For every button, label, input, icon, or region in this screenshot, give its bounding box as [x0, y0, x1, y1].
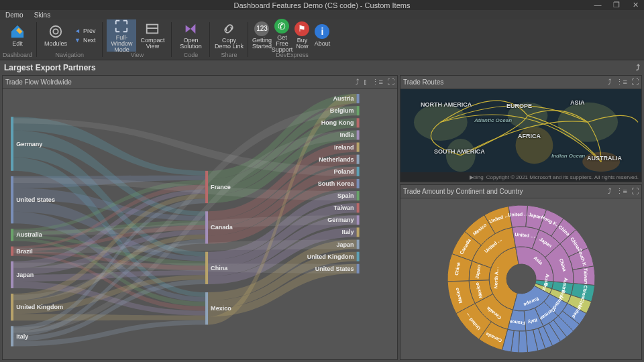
window-maximize-button[interactable]: ❐ — [610, 1, 623, 9]
copylink-button[interactable]: Copy Demo Link — [214, 19, 244, 52]
svg-rect-48 — [357, 216, 360, 225]
sunburst-chart[interactable]: North A…AsiaAustraliaBrazilEuropeCanadaM… — [444, 202, 598, 356]
map-drill-icon[interactable]: ⋮≡ — [616, 78, 627, 86]
link-icon — [221, 21, 236, 36]
sankey-drill-icon[interactable]: ⋮≡ — [372, 78, 383, 86]
map-label-as: ASIA — [570, 99, 585, 106]
triangle-right-icon: ▼ — [74, 37, 80, 44]
svg-text:Japan: Japan — [336, 241, 354, 248]
svg-text:Japan: Japan — [16, 272, 34, 278]
map-label-ind: Indian Ocean — [551, 153, 585, 159]
svg-rect-20 — [205, 171, 208, 203]
svg-rect-30 — [357, 106, 360, 115]
svg-text:China: China — [211, 265, 228, 272]
svg-text:United Kingdom: United Kingdom — [16, 304, 63, 311]
menu-demo[interactable]: Demo — [0, 11, 29, 19]
svg-rect-8 — [11, 176, 13, 223]
window-close-button[interactable]: ✕ — [629, 1, 641, 9]
svg-rect-26 — [205, 292, 208, 324]
svg-text:Brazil: Brazil — [16, 248, 33, 255]
menu-skins[interactable]: Skins — [29, 11, 56, 19]
svg-text:Hong Kong: Hong Kong — [321, 120, 354, 127]
about-button[interactable]: iAbout — [313, 19, 331, 52]
map-export-icon[interactable]: ⤴ — [608, 78, 612, 86]
svg-rect-38 — [357, 155, 360, 164]
svg-rect-46 — [357, 203, 360, 213]
svg-text:Italy: Italy — [16, 333, 28, 340]
svg-point-60 — [446, 139, 476, 172]
nav-prev-button[interactable]: ◄Prev — [72, 27, 98, 35]
bing-icon: ▶bing — [470, 174, 484, 180]
sankey-export-icon[interactable]: ⤴ — [356, 78, 360, 86]
svg-text:Taiwan: Taiwan — [583, 268, 588, 284]
modules-button[interactable]: Modules — [41, 19, 70, 52]
edit-button[interactable]: Edit — [3, 19, 32, 52]
support-icon: ✆ — [274, 19, 289, 34]
svg-text:United Kingdom: United Kingdom — [307, 253, 354, 260]
map-chart[interactable]: NORTH AMERICA SOUTH AMERICA EUROPE AFRIC… — [400, 89, 641, 182]
svg-text:Spain: Spain — [337, 192, 354, 199]
pencil-icon — [10, 24, 25, 39]
svg-text:South Korea: South Korea — [318, 180, 355, 187]
number-icon: 123 — [254, 21, 269, 36]
sunburst-drill-icon[interactable]: ⋮≡ — [616, 187, 627, 196]
svg-rect-22 — [205, 212, 208, 244]
svg-text:Ireland: Ireland — [334, 144, 354, 151]
map-max-icon[interactable]: ⛶ — [631, 78, 639, 86]
map-label-sa: SOUTH AMERICA — [434, 148, 485, 155]
group-view-label: View — [131, 52, 144, 60]
opensolution-button[interactable]: Open Solution — [176, 19, 205, 52]
svg-rect-28 — [357, 94, 360, 103]
svg-text:Australia: Australia — [16, 232, 43, 239]
sankey-chart[interactable]: GermanyUnited StatesAustraliaBrazilJapan… — [3, 89, 397, 359]
svg-text:Italy: Italy — [341, 229, 354, 236]
triangle-left-icon: ◄ — [74, 27, 80, 34]
page-header: Largest Export Partners ⤴ — [0, 60, 644, 75]
getstarted-button[interactable]: 123Getting Started — [252, 19, 271, 52]
svg-text:North A…: North A… — [493, 267, 498, 289]
sunburst-title: Trade Amount by Continent and Country — [403, 188, 523, 195]
sankey-filter-icon[interactable]: ⫿ — [364, 78, 368, 86]
sunburst-export-icon[interactable]: ⤴ — [608, 187, 612, 196]
expand-icon — [114, 19, 129, 34]
map-label-af: AFRICA — [518, 133, 541, 139]
sunburst-max-icon[interactable]: ⛶ — [631, 187, 639, 196]
group-dx-label: DevExpress — [276, 52, 309, 60]
opensolution-label: Open Solution — [176, 38, 205, 50]
svg-rect-14 — [11, 261, 13, 288]
nav-next-button[interactable]: ▼Next — [72, 36, 98, 44]
sunburst-panel: Trade Amount by Continent and Country ⤴ … — [400, 184, 642, 360]
svg-text:Canada: Canada — [211, 225, 233, 231]
page-title: Largest Export Partners — [4, 63, 96, 72]
map-label-atl: Atlantic Ocean — [474, 117, 512, 123]
map-label-eu: EUROPE — [506, 103, 532, 109]
fullwindow-label: Full-Window Mode — [107, 35, 136, 53]
compactview-button[interactable]: Compact View — [138, 19, 167, 52]
sankey-max-icon[interactable]: ⛶ — [387, 78, 394, 86]
fullwindow-button[interactable]: Full-Window Mode — [107, 19, 136, 52]
window-minimize-button[interactable]: — — [592, 1, 604, 9]
getfree-button[interactable]: ✆Get Free Support — [272, 19, 291, 52]
svg-rect-24 — [205, 252, 208, 284]
svg-rect-42 — [357, 179, 360, 188]
page-export-icon[interactable]: ⤴ — [636, 63, 640, 72]
buynow-button[interactable]: ⚑Buy Now — [292, 19, 311, 52]
svg-rect-34 — [357, 131, 360, 140]
compact-icon — [145, 21, 160, 36]
svg-rect-52 — [357, 240, 360, 249]
modules-label: Modules — [44, 40, 67, 47]
group-share-label: Share — [221, 52, 237, 60]
svg-point-3 — [53, 29, 58, 34]
window-title: Dashboard Features Demo (CS code) - Cust… — [234, 1, 411, 9]
svg-rect-32 — [357, 119, 360, 128]
info-icon: i — [315, 24, 329, 39]
svg-text:Mexico: Mexico — [211, 306, 231, 312]
svg-text:Germany: Germany — [16, 141, 42, 147]
svg-text:Netherlands: Netherlands — [319, 156, 354, 163]
svg-rect-36 — [357, 143, 360, 152]
cart-icon: ⚑ — [294, 21, 309, 36]
svg-rect-44 — [357, 191, 360, 200]
group-nav-label: Navigation — [55, 52, 84, 60]
svg-text:Taiwan: Taiwan — [334, 204, 354, 211]
svg-text:Poland: Poland — [333, 168, 354, 175]
